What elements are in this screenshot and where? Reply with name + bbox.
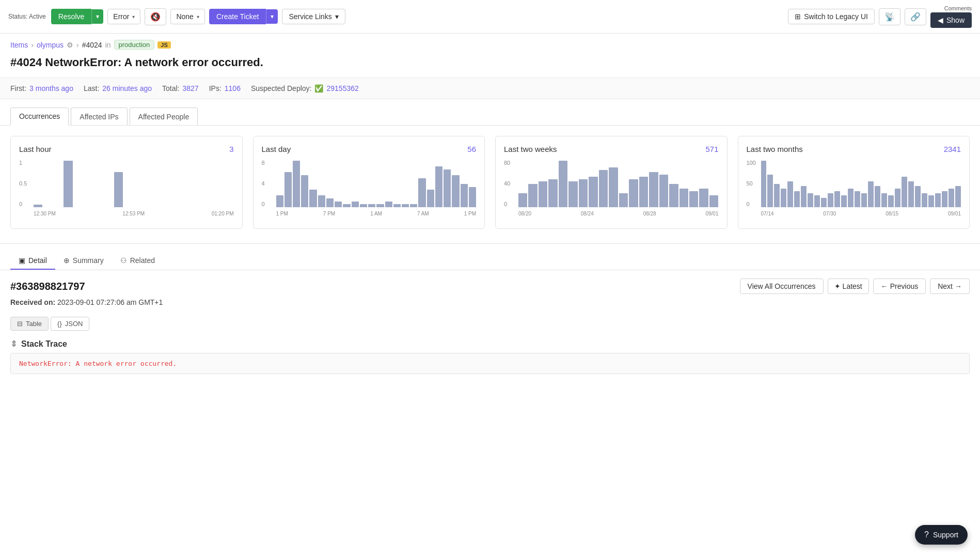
last-value-link[interactable]: 26 minutes ago <box>102 84 152 92</box>
last-label: Last: <box>84 84 99 92</box>
mute-button[interactable]: 🔇 <box>145 8 166 25</box>
toolbar: Status: Active Resolve ▾ Error ▾ 🔇 None … <box>0 0 980 34</box>
chart-card-3: Last two months 2341 100500 07/1407/3008… <box>738 136 970 229</box>
toolbar-right: ⊞ Switch to Legacy UI 📡 🔗 Comments ◀ Sho… <box>788 5 972 28</box>
bar <box>579 179 588 207</box>
detail-tab-detail[interactable]: ▣ Detail <box>10 252 55 270</box>
resolve-button[interactable]: Resolve <box>51 9 92 24</box>
bars-container <box>276 160 477 207</box>
x-label: 12:30 PM <box>34 211 56 216</box>
detail-tab-summary[interactable]: ⊕ Summary <box>55 252 112 270</box>
bar <box>949 189 954 207</box>
breadcrumb-project-link[interactable]: olympus <box>37 41 64 49</box>
first-label: First: <box>10 84 26 92</box>
bar <box>518 193 527 207</box>
issue-title: #4024 NetworkError: A network error occu… <box>0 54 980 78</box>
chevron-left-icon: ◀ <box>938 16 943 24</box>
chart-header: Last day 56 <box>262 145 477 153</box>
chart-count-link[interactable]: 2341 <box>944 145 961 153</box>
bar <box>469 187 476 207</box>
json-view-tab[interactable]: {} JSON <box>51 317 89 331</box>
y-label: 0.5 <box>19 180 27 187</box>
chart-area: 80400 08/2008/2408/2809/01 <box>504 160 719 216</box>
link-button[interactable]: 🔗 <box>905 8 926 25</box>
bar <box>767 175 773 207</box>
comments-label: Comments <box>944 5 972 11</box>
breadcrumb-items-link[interactable]: Items <box>10 41 28 49</box>
related-icon: ⚇ <box>120 256 127 265</box>
switch-legacy-button[interactable]: ⊞ Switch to Legacy UI <box>788 9 875 24</box>
deploy-value-link[interactable]: 29155362 <box>326 84 358 92</box>
next-button[interactable]: Next → <box>930 278 970 294</box>
occurrence-tabs-bar: Occurrences Affected IPs Affected People <box>0 99 980 126</box>
show-button[interactable]: ◀ Show <box>930 12 972 28</box>
stack-trace-title: Stack Trace <box>21 339 67 349</box>
bar <box>888 195 894 207</box>
bar <box>335 202 342 207</box>
tab-affected-ips[interactable]: Affected IPs <box>71 107 127 125</box>
previous-button[interactable]: ← Previous <box>873 278 926 294</box>
bar <box>774 184 780 207</box>
stat-ips: IPs: 1106 <box>209 84 241 92</box>
occurrence-header: #363898821797 View All Occurrences ✦ Lat… <box>0 270 980 298</box>
arrow-right-icon: → <box>955 282 962 290</box>
latest-label: Latest <box>843 282 862 290</box>
show-label: Show <box>946 16 965 24</box>
total-value-link[interactable]: 3827 <box>183 84 199 92</box>
detail-tab-related[interactable]: ⚇ Related <box>112 252 163 270</box>
bar <box>649 172 658 207</box>
y-label: 0 <box>747 201 756 207</box>
table-label: Table <box>26 320 42 328</box>
chart-count-link[interactable]: 3 <box>229 145 233 153</box>
bar <box>418 178 425 207</box>
next-label: Next <box>938 282 953 290</box>
previous-label: Previous <box>890 282 918 290</box>
tab-affected-people[interactable]: Affected People <box>130 107 198 125</box>
owner-caret-icon: ▾ <box>197 14 199 20</box>
bar <box>435 166 442 207</box>
stack-error-text: NetworkError: A network error occurred. <box>19 360 177 367</box>
level-value: Error <box>113 12 129 21</box>
y-label: 0 <box>262 201 265 207</box>
bar <box>343 204 350 207</box>
owner-select[interactable]: None ▾ <box>170 9 204 24</box>
first-value-link[interactable]: 3 months ago <box>29 84 73 92</box>
chart-count-link[interactable]: 571 <box>705 145 718 153</box>
bar <box>781 189 786 207</box>
deploy-label: Suspected Deploy: <box>251 84 312 92</box>
level-caret-icon: ▾ <box>132 14 135 20</box>
ips-value-link[interactable]: 1106 <box>225 84 241 92</box>
bar <box>410 204 417 207</box>
create-ticket-button[interactable]: Create Ticket <box>209 9 266 24</box>
view-all-occurrences-button[interactable]: View All Occurrences <box>740 278 824 294</box>
table-view-tab[interactable]: ⊟ Table <box>10 317 49 331</box>
bar <box>902 177 907 207</box>
bar <box>935 193 941 207</box>
latest-icon: ✦ <box>834 282 841 290</box>
breadcrumb: Items › olympus ⚙ › #4024 in production … <box>0 34 980 54</box>
chart-header: Last hour 3 <box>19 145 234 153</box>
tab-occurrences[interactable]: Occurrences <box>10 107 69 126</box>
status-group: Resolve ▾ <box>51 9 104 24</box>
gear-icon[interactable]: ⚙ <box>67 41 73 49</box>
bar <box>293 161 300 207</box>
latest-button[interactable]: ✦ Latest <box>828 278 869 294</box>
create-ticket-caret-button[interactable]: ▾ <box>266 9 278 24</box>
bar <box>942 191 947 207</box>
y-label: 50 <box>747 180 756 187</box>
stat-last: Last: 26 minutes ago <box>84 84 152 92</box>
bar <box>639 177 648 207</box>
received-label: Received on: <box>10 298 55 306</box>
bar <box>669 184 678 207</box>
broadcast-button[interactable]: 📡 <box>879 8 900 25</box>
bar <box>881 193 887 207</box>
chart-count-link[interactable]: 56 <box>467 145 476 153</box>
resolve-caret-button[interactable]: ▾ <box>91 9 103 24</box>
bar <box>801 186 807 207</box>
bar <box>539 181 547 207</box>
level-select[interactable]: Error ▾ <box>107 9 140 24</box>
service-links-button[interactable]: Service Links ▾ <box>282 9 345 24</box>
bar <box>699 189 708 207</box>
bars-container <box>34 160 234 207</box>
collapse-icon[interactable]: ⇕ <box>10 339 17 349</box>
